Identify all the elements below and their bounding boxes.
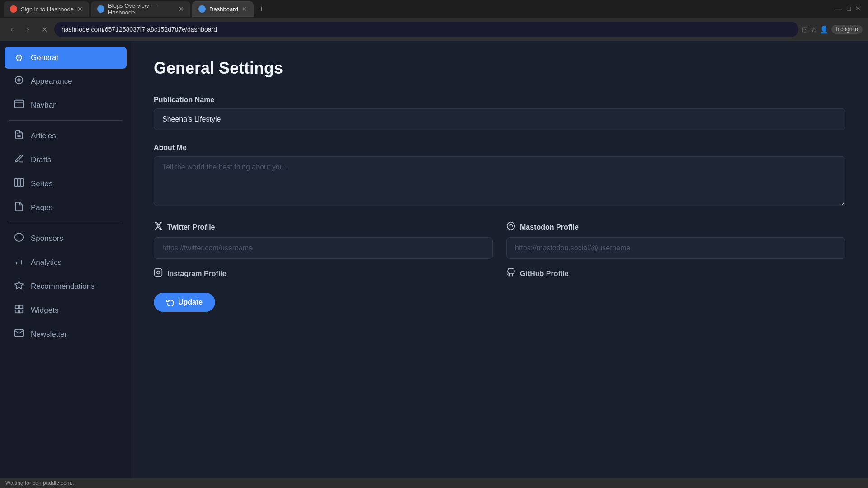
status-text: Waiting for cdn.paddle.com... <box>5 480 75 486</box>
sidebar-divider-1 <box>9 120 122 121</box>
svg-rect-16 <box>15 305 18 308</box>
bookmark-icon[interactable]: ☆ <box>811 25 817 34</box>
sidebar-label-recommendations: Recommendations <box>31 282 95 291</box>
sidebar-item-widgets[interactable]: Widgets <box>5 299 127 322</box>
twitter-section: Twitter Profile <box>154 221 493 259</box>
sidebar: ⚙ General Appearance Navbar <box>0 41 131 488</box>
publication-name-label: Publication Name <box>154 96 845 104</box>
articles-icon <box>14 130 24 142</box>
instagram-section: Instagram Profile <box>154 268 493 284</box>
sidebar-item-newsletter[interactable]: Newsletter <box>5 323 127 346</box>
twitter-label-row: Twitter Profile <box>154 221 493 233</box>
sidebar-item-general[interactable]: ⚙ General <box>5 47 127 69</box>
main-content: General Settings Publication Name About … <box>131 41 868 488</box>
gear-icon: ⚙ <box>14 52 24 63</box>
mastodon-label: Mastodon Profile <box>520 223 579 231</box>
instagram-label: Instagram Profile <box>167 270 226 278</box>
mastodon-label-row: Mastodon Profile <box>506 221 845 233</box>
minimize-button[interactable]: — <box>835 5 843 13</box>
svg-rect-17 <box>20 305 23 308</box>
publication-name-section: Publication Name <box>154 96 845 130</box>
social-profiles-grid-2: Instagram Profile GitHub Profile <box>154 268 845 284</box>
sidebar-item-appearance[interactable]: Appearance <box>5 70 127 93</box>
back-button[interactable]: ‹ <box>5 23 18 36</box>
analytics-icon <box>14 256 24 268</box>
twitter-label: Twitter Profile <box>167 223 215 231</box>
about-me-input[interactable] <box>154 156 845 206</box>
sidebar-item-articles[interactable]: Articles <box>5 124 127 147</box>
tab-favicon-2 <box>97 5 104 13</box>
about-me-label: About Me <box>154 144 845 152</box>
app-layout: ⚙ General Appearance Navbar <box>0 41 868 488</box>
sidebar-item-navbar[interactable]: Navbar <box>5 94 127 117</box>
sidebar-item-recommendations[interactable]: Recommendations <box>5 275 127 298</box>
incognito-badge: Incognito <box>831 25 863 34</box>
tab-blogs-overview[interactable]: Blogs Overview — Hashnode ✕ <box>91 1 190 17</box>
sidebar-item-analytics[interactable]: Analytics <box>5 251 127 274</box>
svg-rect-2 <box>15 100 23 108</box>
series-icon <box>14 178 24 190</box>
svg-rect-8 <box>21 179 23 187</box>
address-input[interactable] <box>54 22 798 37</box>
svg-rect-19 <box>15 310 18 313</box>
sidebar-label-series: Series <box>31 179 52 188</box>
drafts-icon <box>14 154 24 166</box>
sidebar-label-analytics: Analytics <box>31 258 61 267</box>
sidebar-item-pages[interactable]: Pages <box>5 196 127 219</box>
newsletter-icon <box>14 328 24 340</box>
tab-close-3[interactable]: ✕ <box>242 5 247 13</box>
update-button[interactable]: Update <box>154 293 215 312</box>
sidebar-item-series[interactable]: Series <box>5 172 127 195</box>
sidebar-label-widgets: Widgets <box>31 306 58 315</box>
github-label-row: GitHub Profile <box>506 268 845 279</box>
svg-point-0 <box>18 79 20 81</box>
maximize-button[interactable]: □ <box>847 5 851 13</box>
svg-rect-21 <box>155 269 162 277</box>
instagram-icon <box>154 268 163 279</box>
close-button[interactable]: ✕ <box>855 5 861 13</box>
publication-name-input[interactable] <box>154 108 845 130</box>
tab-dashboard[interactable]: Dashboard ✕ <box>192 1 254 17</box>
update-button-label: Update <box>178 298 203 306</box>
reload-button[interactable]: ✕ <box>38 23 51 36</box>
instagram-label-row: Instagram Profile <box>154 268 493 279</box>
mastodon-icon <box>506 221 515 233</box>
tab-favicon-3 <box>198 5 206 13</box>
tab-label-1: Sign in to Hashnode <box>21 6 74 13</box>
new-tab-button[interactable]: + <box>255 3 268 15</box>
twitter-input[interactable] <box>154 237 493 259</box>
sidebar-label-drafts: Drafts <box>31 155 51 164</box>
address-bar-icons: ⊡ ☆ 👤 Incognito <box>802 25 863 34</box>
pages-icon <box>14 202 24 214</box>
sponsors-icon <box>14 232 24 244</box>
forward-button[interactable]: › <box>22 23 34 36</box>
sidebar-label-sponsors: Sponsors <box>31 234 63 243</box>
appearance-icon <box>14 75 24 87</box>
github-section: GitHub Profile <box>506 268 845 284</box>
svg-point-1 <box>15 76 23 84</box>
tab-label-2: Blogs Overview — Hashnode <box>108 2 175 16</box>
github-label: GitHub Profile <box>520 270 569 278</box>
tab-label-3: Dashboard <box>209 6 238 13</box>
tab-favicon-1 <box>10 5 17 13</box>
sidebar-item-sponsors[interactable]: Sponsors <box>5 227 127 250</box>
sidebar-item-drafts[interactable]: Drafts <box>5 148 127 171</box>
sidebar-label-appearance: Appearance <box>31 77 72 86</box>
sidebar-label-articles: Articles <box>31 131 56 141</box>
svg-rect-18 <box>20 310 23 313</box>
sidebar-divider-2 <box>9 223 122 223</box>
status-bar: Waiting for cdn.paddle.com... <box>0 478 868 488</box>
tab-close-2[interactable]: ✕ <box>179 5 184 13</box>
navbar-icon <box>14 99 24 111</box>
sidebar-label-newsletter: Newsletter <box>31 330 67 339</box>
sidebar-label-pages: Pages <box>31 203 52 212</box>
sidebar-label-general: General <box>31 53 58 62</box>
cast-icon[interactable]: ⊡ <box>802 25 808 34</box>
mastodon-input[interactable] <box>506 237 845 259</box>
tab-sign-in[interactable]: Sign in to Hashnode ✕ <box>4 1 89 17</box>
address-bar-row: ‹ › ✕ ⊡ ☆ 👤 Incognito <box>0 18 868 41</box>
refresh-icon <box>166 298 175 306</box>
profile-icon[interactable]: 👤 <box>820 25 829 34</box>
mastodon-section: Mastodon Profile <box>506 221 845 259</box>
tab-close-1[interactable]: ✕ <box>77 5 83 13</box>
